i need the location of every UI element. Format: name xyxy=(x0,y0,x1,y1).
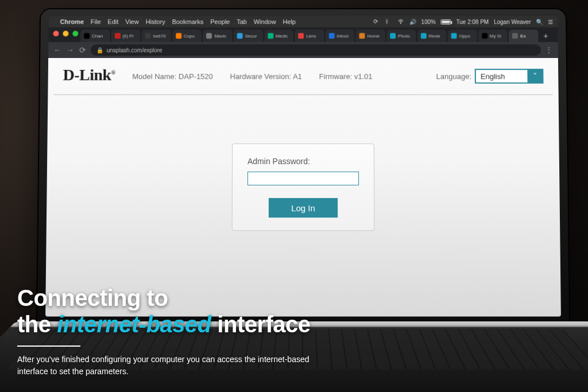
nav-reload-button[interactable]: ⟳ xyxy=(78,45,87,55)
browser-tab[interactable]: Secur xyxy=(234,30,264,42)
browser-tab[interactable]: Oppo xyxy=(448,30,478,42)
browser-tab[interactable]: be670 xyxy=(142,30,172,42)
menubar-user[interactable]: Logan Weaver xyxy=(494,18,531,25)
window-maximize-button[interactable] xyxy=(72,31,78,37)
window-close-button[interactable] xyxy=(53,31,59,37)
firmware-version: Firmware: v1.01 xyxy=(319,72,373,80)
tab-label: Chan xyxy=(92,33,103,38)
browser-tab[interactable]: Medic xyxy=(264,30,294,42)
browser-tab[interactable]: Revie xyxy=(417,30,447,42)
chrome-toolbar: ← → ⟳ 🔒 unsplash.com/explore ⋮ xyxy=(48,42,558,58)
sync-icon[interactable]: ⟳ xyxy=(373,18,380,25)
tab-label: My Si xyxy=(490,33,501,38)
battery-icon[interactable] xyxy=(441,19,451,24)
tab-favicon xyxy=(114,33,120,39)
tab-favicon xyxy=(420,33,426,39)
window-traffic-lights xyxy=(53,31,78,37)
password-label: Admin Password: xyxy=(247,157,359,166)
menu-people[interactable]: People xyxy=(210,18,230,25)
site-lock-icon: 🔒 xyxy=(96,47,103,53)
tab-favicon xyxy=(176,33,181,39)
hardware-version: Hardware Version: A1 xyxy=(230,72,302,80)
menu-view[interactable]: View xyxy=(125,18,139,25)
browser-tab[interactable]: Introd xyxy=(326,30,355,42)
tab-favicon xyxy=(206,33,212,39)
caption-rule xyxy=(17,346,80,347)
caption-body: After you've finished configuring your c… xyxy=(17,354,339,377)
menu-edit[interactable]: Edit xyxy=(107,18,118,25)
macos-menubar: Chrome File Edit View History Bookmarks … xyxy=(49,16,558,28)
browser-tab[interactable]: Chan xyxy=(80,30,110,42)
tab-favicon xyxy=(145,33,151,39)
bluetooth-icon[interactable]: ᛒ xyxy=(385,18,392,25)
menu-history[interactable]: History xyxy=(146,18,165,25)
laptop-screen: Chrome File Edit View History Bookmarks … xyxy=(45,16,561,317)
svg-point-0 xyxy=(400,23,401,24)
chrome-tabstrip: Chan(6) Pibe670CopoMavicSecurMedicLensIn… xyxy=(80,29,552,42)
language-label: Language: xyxy=(436,72,471,80)
spotlight-icon[interactable]: 🔍 xyxy=(536,18,543,25)
overlay-caption: Connecting to the internet-based interfa… xyxy=(17,285,565,377)
chrome-omnibox[interactable]: 🔒 unsplash.com/explore xyxy=(91,44,541,56)
caption-title: Connecting to the internet-based interfa… xyxy=(17,285,565,337)
browser-tab[interactable]: (6) Pi xyxy=(111,30,141,42)
omnibox-url: unsplash.com/explore xyxy=(107,47,163,53)
tab-label: Oppo xyxy=(459,33,471,38)
dlink-header: D-Link® Model Name: DAP-1520 Hardware Ve… xyxy=(48,58,558,94)
header-divider xyxy=(53,94,552,95)
browser-tab[interactable]: My Si xyxy=(478,30,508,42)
menu-bookmarks[interactable]: Bookmarks xyxy=(172,18,204,25)
new-tab-button[interactable]: + xyxy=(539,30,552,42)
tab-favicon xyxy=(268,33,273,39)
browser-tab[interactable]: Copo xyxy=(172,30,202,42)
tab-label: Ex xyxy=(520,33,525,38)
menu-file[interactable]: File xyxy=(91,18,101,25)
model-name: Model Name: DAP-1520 xyxy=(132,72,212,80)
language-select-value: English xyxy=(476,70,528,83)
menubar-app-menus: Chrome File Edit View History Bookmarks … xyxy=(60,18,296,25)
nav-back-button[interactable]: ← xyxy=(53,45,62,55)
language-select[interactable]: English ˅ xyxy=(475,69,544,84)
tab-label: Copo xyxy=(184,33,195,38)
tab-label: Introd xyxy=(336,33,348,38)
nav-forward-button[interactable]: → xyxy=(65,45,75,55)
tab-label: Mavic xyxy=(214,33,226,38)
tab-label: be670 xyxy=(153,33,166,38)
menubar-clock[interactable]: Tue 2:08 PM xyxy=(457,18,489,25)
tab-label: Revie xyxy=(428,33,440,38)
chrome-window: Chan(6) Pibe670CopoMavicSecurMedicLensIn… xyxy=(45,28,561,317)
window-minimize-button[interactable] xyxy=(63,31,68,37)
tab-favicon xyxy=(451,33,457,39)
dlink-logo: D-Link® xyxy=(63,66,115,84)
menu-help[interactable]: Help xyxy=(283,18,296,25)
login-panel: Admin Password: Log In xyxy=(232,143,375,231)
menubar-status-area: ⟳ ᛒ 🔊 100% Tue 2:08 PM Logan Weaver 🔍 ☰ xyxy=(373,18,553,25)
browser-tab[interactable]: Home xyxy=(356,30,386,42)
menu-tab[interactable]: Tab xyxy=(237,18,247,25)
browser-tab[interactable]: Photo xyxy=(386,30,416,42)
tab-label: Medic xyxy=(276,33,288,38)
extensions-icon[interactable]: ⋮ xyxy=(544,45,554,55)
tab-favicon xyxy=(512,33,518,39)
battery-percent: 100% xyxy=(421,18,435,25)
control-center-icon[interactable]: ☰ xyxy=(548,18,553,25)
page-viewport: D-Link® Model Name: DAP-1520 Hardware Ve… xyxy=(45,58,561,316)
menubar-app-name[interactable]: Chrome xyxy=(60,18,84,25)
tab-favicon xyxy=(84,33,90,39)
tab-favicon xyxy=(390,33,396,39)
volume-icon[interactable]: 🔊 xyxy=(409,18,416,25)
tab-favicon xyxy=(298,33,304,39)
browser-tab[interactable]: Ex xyxy=(509,30,539,42)
browser-tab[interactable]: Mavic xyxy=(203,30,233,42)
tab-favicon xyxy=(328,33,334,39)
browser-tab[interactable]: Lens xyxy=(295,30,324,42)
tab-favicon xyxy=(482,33,488,39)
tab-favicon xyxy=(237,33,243,39)
tab-favicon xyxy=(359,33,365,39)
admin-password-input[interactable] xyxy=(247,172,359,185)
menu-window[interactable]: Window xyxy=(254,18,276,25)
tab-label: Secur xyxy=(245,33,257,38)
tab-label: Lens xyxy=(306,33,316,38)
login-button[interactable]: Log In xyxy=(269,198,338,218)
wifi-icon[interactable] xyxy=(397,18,404,25)
